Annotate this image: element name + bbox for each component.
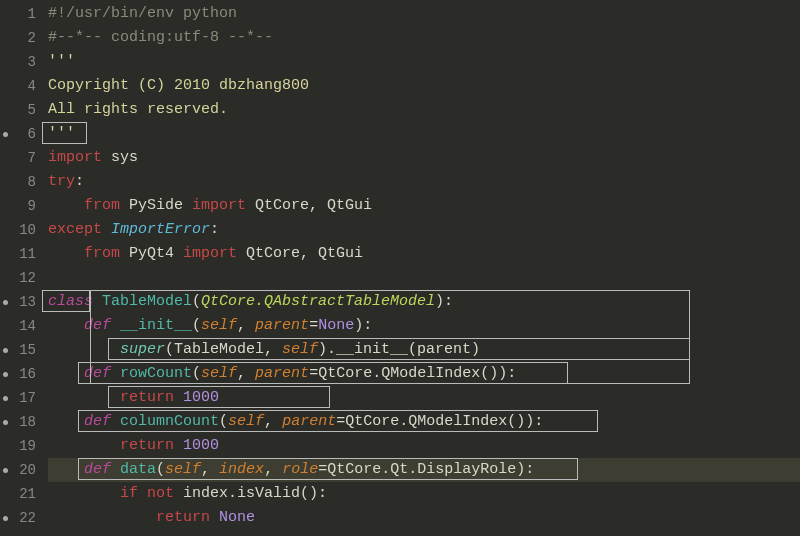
token: =QtCore.QModelIndex()): [336,413,543,430]
token: from [84,245,120,262]
line-number: 14 [0,314,42,338]
edit-marker-icon [3,348,8,353]
token [48,197,84,214]
code-line[interactable]: from PySide import QtCore, QtGui [48,194,800,218]
token: , [264,413,282,430]
line-number: 3 [0,50,42,74]
token: 1000 [183,389,219,406]
token: super [120,341,165,358]
line-number-text: 1 [28,2,36,26]
code-line[interactable]: super(TableModel, self).__init__(parent) [48,338,800,362]
line-number: 9 [0,194,42,218]
line-number-text: 11 [19,242,36,266]
line-number-text: 12 [19,266,36,290]
line-number-gutter: 12345678910111213141516171819202122 [0,0,42,536]
line-number-text: 2 [28,26,36,50]
edit-marker-icon [3,132,8,137]
code-line[interactable]: try: [48,170,800,194]
edit-marker-icon [3,468,8,473]
token: ImportError [111,221,210,238]
token: , [201,461,219,478]
code-area[interactable]: #!/usr/bin/env python#--*-- coding:utf-8… [42,0,800,536]
token: QtCore.QAbstractTableModel [201,293,435,310]
token [111,317,120,334]
code-line[interactable]: def columnCount(self, parent=QtCore.QMod… [48,410,800,434]
code-line[interactable]: def __init__(self, parent=None): [48,314,800,338]
token [174,437,183,454]
token: from [84,197,120,214]
token [48,245,84,262]
code-line[interactable]: def rowCount(self, parent=QtCore.QModelI… [48,362,800,386]
line-number: 1 [0,2,42,26]
line-number-text: 18 [19,410,36,434]
token: QtCore, QtGui [246,197,372,214]
token: #--*-- coding:utf-8 --*-- [48,29,273,46]
token: role [282,461,318,478]
line-number-text: 17 [19,386,36,410]
token: try [48,173,75,190]
line-number-text: 19 [19,434,36,458]
token: return [120,437,174,454]
token [48,317,84,334]
token: #!/usr/bin/env python [48,5,237,22]
token: return [120,389,174,406]
token: ''' [48,125,75,142]
line-number: 20 [0,458,42,482]
line-number: 16 [0,362,42,386]
code-editor[interactable]: 12345678910111213141516171819202122 #!/u… [0,0,800,536]
token: PyQt4 [120,245,183,262]
token: , [237,365,255,382]
token: return [156,509,210,526]
code-line[interactable]: class TableModel(QtCore.QAbstractTableMo… [48,290,800,314]
token: def [84,317,111,334]
code-line[interactable]: if not index.isValid(): [48,482,800,506]
token [111,413,120,430]
token: ): [435,293,453,310]
line-number: 15 [0,338,42,362]
token: not [147,485,174,502]
code-line[interactable]: ''' [48,50,800,74]
code-line[interactable]: return None [48,506,800,530]
token: parent [282,413,336,430]
token [48,461,84,478]
line-number: 21 [0,482,42,506]
token: ''' [48,53,75,70]
edit-marker-icon [3,516,8,521]
token: import [183,245,237,262]
line-number: 4 [0,74,42,98]
token [48,341,120,358]
code-line[interactable]: def data(self, index, role=QtCore.Qt.Dis… [48,458,800,482]
code-line[interactable]: Copyright (C) 2010 dbzhang800 [48,74,800,98]
line-number-text: 16 [19,362,36,386]
token: parent [255,365,309,382]
code-line[interactable]: ''' [48,122,800,146]
token: self [228,413,264,430]
line-number-text: 3 [28,50,36,74]
token: ).__init__(parent) [318,341,480,358]
code-line[interactable]: from PyQt4 import QtCore, QtGui [48,242,800,266]
code-line[interactable]: return 1000 [48,386,800,410]
code-line[interactable]: All rights reserved. [48,98,800,122]
token: ( [219,413,228,430]
line-number: 6 [0,122,42,146]
token: import [192,197,246,214]
token: def [84,365,111,382]
token: ( [156,461,165,478]
token [48,485,120,502]
token [138,485,147,502]
token: ( [192,317,201,334]
token [102,221,111,238]
line-number-text: 14 [19,314,36,338]
code-line[interactable]: #!/usr/bin/env python [48,2,800,26]
code-line[interactable]: return 1000 [48,434,800,458]
token: def [84,461,111,478]
code-line[interactable] [48,266,800,290]
token: self [282,341,318,358]
line-number: 22 [0,506,42,530]
token [48,413,84,430]
line-number: 7 [0,146,42,170]
code-line[interactable]: #--*-- coding:utf-8 --*-- [48,26,800,50]
token: data [120,461,156,478]
code-line[interactable]: import sys [48,146,800,170]
code-line[interactable]: except ImportError: [48,218,800,242]
